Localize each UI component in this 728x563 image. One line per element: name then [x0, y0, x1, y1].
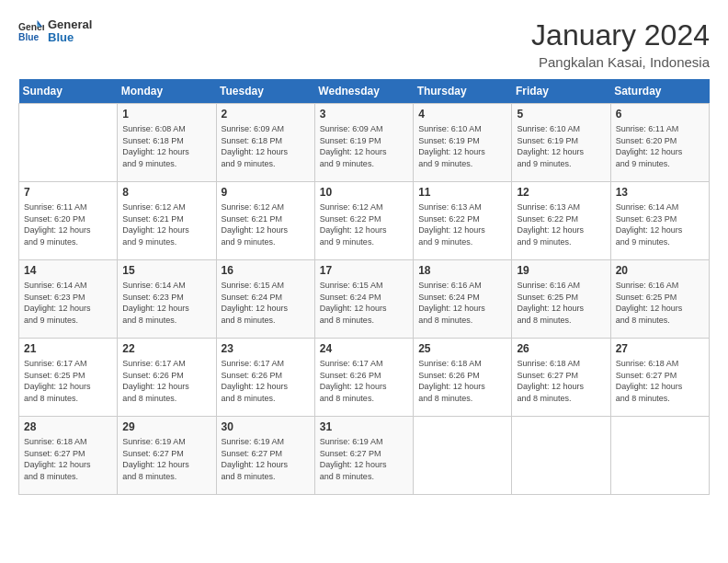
day-info: Sunrise: 6:17 AM Sunset: 6:26 PM Dayligh…: [122, 358, 210, 404]
day-number: 29: [122, 420, 210, 433]
svg-text:General: General: [18, 22, 44, 32]
calendar-cell: [610, 417, 709, 495]
day-number: 15: [122, 264, 210, 277]
calendar-cell: 18Sunrise: 6:16 AM Sunset: 6:24 PM Dayli…: [414, 260, 512, 339]
day-info: Sunrise: 6:18 AM Sunset: 6:27 PM Dayligh…: [24, 436, 112, 482]
day-number: 26: [517, 342, 605, 355]
day-header-sunday: Sunday: [19, 79, 118, 104]
day-info: Sunrise: 6:19 AM Sunset: 6:27 PM Dayligh…: [122, 436, 210, 482]
day-info: Sunrise: 6:15 AM Sunset: 6:24 PM Dayligh…: [320, 280, 408, 326]
day-info: Sunrise: 6:16 AM Sunset: 6:25 PM Dayligh…: [517, 280, 605, 326]
calendar-week-1: 1Sunrise: 6:08 AM Sunset: 6:18 PM Daylig…: [19, 104, 710, 182]
calendar-cell: 28Sunrise: 6:18 AM Sunset: 6:27 PM Dayli…: [19, 417, 118, 495]
day-number: 19: [517, 264, 605, 277]
day-info: Sunrise: 6:19 AM Sunset: 6:27 PM Dayligh…: [320, 436, 408, 482]
calendar-cell: 23Sunrise: 6:17 AM Sunset: 6:26 PM Dayli…: [216, 339, 314, 417]
calendar-cell: 20Sunrise: 6:16 AM Sunset: 6:25 PM Dayli…: [610, 260, 709, 339]
day-number: 11: [418, 186, 506, 199]
day-info: Sunrise: 6:11 AM Sunset: 6:20 PM Dayligh…: [616, 123, 704, 169]
day-info: Sunrise: 6:12 AM Sunset: 6:21 PM Dayligh…: [122, 201, 210, 247]
day-info: Sunrise: 6:17 AM Sunset: 6:25 PM Dayligh…: [24, 358, 112, 404]
day-header-wednesday: Wednesday: [314, 79, 413, 104]
day-number: 16: [222, 264, 310, 277]
calendar-cell: 22Sunrise: 6:17 AM Sunset: 6:26 PM Dayli…: [118, 339, 216, 417]
day-number: 9: [222, 186, 310, 199]
day-info: Sunrise: 6:09 AM Sunset: 6:19 PM Dayligh…: [320, 123, 408, 169]
day-number: 4: [418, 108, 506, 121]
calendar-cell: 26Sunrise: 6:18 AM Sunset: 6:27 PM Dayli…: [512, 339, 610, 417]
title-block: January 2024 Pangkalan Kasai, Indonesia: [531, 18, 710, 70]
calendar-cell: [414, 417, 512, 495]
day-number: 25: [418, 342, 506, 355]
calendar-cell: 1Sunrise: 6:08 AM Sunset: 6:18 PM Daylig…: [118, 104, 216, 182]
calendar-cell: 24Sunrise: 6:17 AM Sunset: 6:26 PM Dayli…: [314, 339, 413, 417]
page-header: General Blue General Blue January 2024 P…: [18, 18, 710, 70]
day-info: Sunrise: 6:11 AM Sunset: 6:20 PM Dayligh…: [24, 201, 112, 247]
logo-blue: Blue: [48, 31, 92, 44]
day-info: Sunrise: 6:14 AM Sunset: 6:23 PM Dayligh…: [122, 280, 210, 326]
calendar-cell: 19Sunrise: 6:16 AM Sunset: 6:25 PM Dayli…: [512, 260, 610, 339]
day-number: 3: [320, 108, 408, 121]
day-header-saturday: Saturday: [610, 79, 709, 104]
day-number: 5: [517, 108, 605, 121]
calendar-cell: 30Sunrise: 6:19 AM Sunset: 6:27 PM Dayli…: [216, 417, 314, 495]
calendar-cell: 21Sunrise: 6:17 AM Sunset: 6:25 PM Dayli…: [19, 339, 118, 417]
day-number: 12: [517, 186, 605, 199]
calendar-week-2: 7Sunrise: 6:11 AM Sunset: 6:20 PM Daylig…: [19, 182, 710, 260]
calendar-cell: 11Sunrise: 6:13 AM Sunset: 6:22 PM Dayli…: [414, 182, 512, 260]
day-info: Sunrise: 6:10 AM Sunset: 6:19 PM Dayligh…: [517, 123, 605, 169]
day-header-friday: Friday: [512, 79, 610, 104]
calendar-cell: [19, 104, 118, 182]
calendar-cell: 25Sunrise: 6:18 AM Sunset: 6:26 PM Dayli…: [414, 339, 512, 417]
day-info: Sunrise: 6:13 AM Sunset: 6:22 PM Dayligh…: [517, 201, 605, 247]
calendar-cell: 27Sunrise: 6:18 AM Sunset: 6:27 PM Dayli…: [610, 339, 709, 417]
calendar-cell: 13Sunrise: 6:14 AM Sunset: 6:23 PM Dayli…: [610, 182, 709, 260]
day-number: 2: [222, 108, 310, 121]
calendar-cell: 6Sunrise: 6:11 AM Sunset: 6:20 PM Daylig…: [610, 104, 709, 182]
day-info: Sunrise: 6:18 AM Sunset: 6:27 PM Dayligh…: [517, 358, 605, 404]
day-header-monday: Monday: [118, 79, 216, 104]
day-number: 23: [222, 342, 310, 355]
calendar-cell: 17Sunrise: 6:15 AM Sunset: 6:24 PM Dayli…: [314, 260, 413, 339]
day-info: Sunrise: 6:16 AM Sunset: 6:25 PM Dayligh…: [616, 280, 704, 326]
calendar-cell: 29Sunrise: 6:19 AM Sunset: 6:27 PM Dayli…: [118, 417, 216, 495]
day-info: Sunrise: 6:13 AM Sunset: 6:22 PM Dayligh…: [418, 201, 506, 247]
day-number: 8: [122, 186, 210, 199]
day-info: Sunrise: 6:17 AM Sunset: 6:26 PM Dayligh…: [222, 358, 310, 404]
calendar-cell: 9Sunrise: 6:12 AM Sunset: 6:21 PM Daylig…: [216, 182, 314, 260]
calendar-cell: 8Sunrise: 6:12 AM Sunset: 6:21 PM Daylig…: [118, 182, 216, 260]
day-info: Sunrise: 6:16 AM Sunset: 6:24 PM Dayligh…: [418, 280, 506, 326]
day-number: 10: [320, 186, 408, 199]
calendar-cell: 5Sunrise: 6:10 AM Sunset: 6:19 PM Daylig…: [512, 104, 610, 182]
day-number: 24: [320, 342, 408, 355]
calendar-cell: 2Sunrise: 6:09 AM Sunset: 6:18 PM Daylig…: [216, 104, 314, 182]
svg-text:Blue: Blue: [18, 33, 40, 43]
day-number: 17: [320, 264, 408, 277]
logo: General Blue General Blue: [18, 18, 92, 45]
day-info: Sunrise: 6:09 AM Sunset: 6:18 PM Dayligh…: [222, 123, 310, 169]
calendar-cell: 7Sunrise: 6:11 AM Sunset: 6:20 PM Daylig…: [19, 182, 118, 260]
calendar-cell: 14Sunrise: 6:14 AM Sunset: 6:23 PM Dayli…: [19, 260, 118, 339]
calendar-week-3: 14Sunrise: 6:14 AM Sunset: 6:23 PM Dayli…: [19, 260, 710, 339]
day-info: Sunrise: 6:12 AM Sunset: 6:22 PM Dayligh…: [320, 201, 408, 247]
calendar-cell: 10Sunrise: 6:12 AM Sunset: 6:22 PM Dayli…: [314, 182, 413, 260]
calendar-body: 1Sunrise: 6:08 AM Sunset: 6:18 PM Daylig…: [19, 104, 710, 495]
day-info: Sunrise: 6:08 AM Sunset: 6:18 PM Dayligh…: [122, 123, 210, 169]
day-info: Sunrise: 6:18 AM Sunset: 6:26 PM Dayligh…: [418, 358, 506, 404]
day-number: 1: [122, 108, 210, 121]
calendar-cell: 12Sunrise: 6:13 AM Sunset: 6:22 PM Dayli…: [512, 182, 610, 260]
day-header-thursday: Thursday: [414, 79, 512, 104]
day-info: Sunrise: 6:14 AM Sunset: 6:23 PM Dayligh…: [616, 201, 704, 247]
day-number: 20: [616, 264, 704, 277]
day-info: Sunrise: 6:14 AM Sunset: 6:23 PM Dayligh…: [24, 280, 112, 326]
day-number: 6: [616, 108, 704, 121]
logo-icon: General Blue: [18, 18, 44, 44]
logo-general: General: [48, 18, 92, 31]
month-year: January 2024: [531, 18, 710, 52]
calendar-week-5: 28Sunrise: 6:18 AM Sunset: 6:27 PM Dayli…: [19, 417, 710, 495]
day-header-tuesday: Tuesday: [216, 79, 314, 104]
day-info: Sunrise: 6:18 AM Sunset: 6:27 PM Dayligh…: [616, 358, 704, 404]
day-number: 28: [24, 420, 112, 433]
day-info: Sunrise: 6:10 AM Sunset: 6:19 PM Dayligh…: [418, 123, 506, 169]
day-number: 31: [320, 420, 408, 433]
